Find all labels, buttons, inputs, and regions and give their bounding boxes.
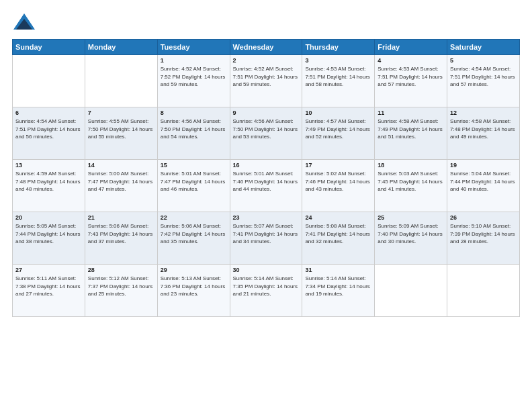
calendar-cell: 18Sunrise: 5:03 AM Sunset: 7:45 PM Dayli… — [375, 160, 447, 212]
weekday-header: Friday — [375, 40, 447, 55]
day-number: 23 — [233, 214, 300, 221]
weekday-header: Tuesday — [157, 40, 230, 55]
day-number: 13 — [15, 162, 82, 169]
day-number: 19 — [450, 162, 517, 169]
weekday-header: Monday — [85, 40, 157, 55]
day-number: 1 — [161, 57, 227, 64]
calendar-body: 1Sunrise: 4:52 AM Sunset: 7:52 PM Daylig… — [13, 55, 520, 317]
day-number: 2 — [233, 57, 300, 64]
day-info: Sunrise: 5:06 AM Sunset: 7:42 PM Dayligh… — [161, 222, 227, 246]
day-number: 11 — [378, 109, 444, 116]
day-info: Sunrise: 5:14 AM Sunset: 7:34 PM Dayligh… — [305, 275, 371, 298]
day-info: Sunrise: 4:58 AM Sunset: 7:49 PM Dayligh… — [378, 118, 444, 141]
day-number: 25 — [378, 214, 444, 221]
calendar-cell: 26Sunrise: 5:10 AM Sunset: 7:39 PM Dayli… — [447, 212, 520, 265]
day-number: 12 — [450, 109, 517, 116]
day-number: 9 — [233, 109, 300, 116]
weekday-row: SundayMondayTuesdayWednesdayThursdayFrid… — [13, 40, 520, 55]
day-number: 21 — [88, 214, 154, 221]
calendar-cell: 17Sunrise: 5:02 AM Sunset: 7:46 PM Dayli… — [302, 160, 375, 212]
day-number: 29 — [161, 267, 227, 273]
calendar-header: SundayMondayTuesdayWednesdayThursdayFrid… — [13, 40, 520, 55]
weekday-header: Wednesday — [230, 40, 302, 55]
logo-icon — [12, 12, 36, 32]
day-info: Sunrise: 4:58 AM Sunset: 7:48 PM Dayligh… — [450, 118, 517, 141]
calendar-table: SundayMondayTuesdayWednesdayThursdayFrid… — [12, 39, 520, 317]
day-number: 6 — [15, 109, 82, 116]
calendar-week-row: 6Sunrise: 4:54 AM Sunset: 7:51 PM Daylig… — [13, 107, 520, 160]
day-info: Sunrise: 4:54 AM Sunset: 7:51 PM Dayligh… — [15, 118, 82, 141]
calendar-cell: 2Sunrise: 4:52 AM Sunset: 7:51 PM Daylig… — [230, 55, 302, 107]
weekday-header: Sunday — [13, 40, 85, 55]
day-number: 4 — [378, 57, 444, 64]
day-info: Sunrise: 4:52 AM Sunset: 7:52 PM Dayligh… — [161, 65, 227, 89]
day-info: Sunrise: 5:09 AM Sunset: 7:40 PM Dayligh… — [378, 222, 444, 246]
day-info: Sunrise: 5:03 AM Sunset: 7:45 PM Dayligh… — [378, 170, 444, 193]
day-number: 3 — [305, 57, 371, 64]
calendar-cell: 23Sunrise: 5:07 AM Sunset: 7:41 PM Dayli… — [230, 212, 302, 265]
calendar-cell: 14Sunrise: 5:00 AM Sunset: 7:47 PM Dayli… — [85, 160, 157, 212]
calendar-week-row: 1Sunrise: 4:52 AM Sunset: 7:52 PM Daylig… — [13, 55, 520, 107]
day-info: Sunrise: 4:56 AM Sunset: 7:50 PM Dayligh… — [161, 118, 227, 141]
day-info: Sunrise: 5:13 AM Sunset: 7:36 PM Dayligh… — [161, 275, 227, 298]
day-info: Sunrise: 5:02 AM Sunset: 7:46 PM Dayligh… — [305, 170, 371, 193]
day-number: 17 — [305, 162, 371, 169]
calendar-cell — [85, 55, 157, 107]
day-number: 27 — [15, 267, 82, 273]
calendar-cell: 11Sunrise: 4:58 AM Sunset: 7:49 PM Dayli… — [375, 107, 447, 160]
day-number: 10 — [305, 109, 371, 116]
day-info: Sunrise: 4:56 AM Sunset: 7:50 PM Dayligh… — [233, 118, 300, 141]
weekday-header: Saturday — [447, 40, 520, 55]
calendar-cell: 3Sunrise: 4:53 AM Sunset: 7:51 PM Daylig… — [302, 55, 375, 107]
calendar-cell — [447, 265, 520, 317]
day-info: Sunrise: 4:59 AM Sunset: 7:48 PM Dayligh… — [15, 170, 82, 193]
day-info: Sunrise: 4:57 AM Sunset: 7:49 PM Dayligh… — [305, 118, 371, 141]
day-info: Sunrise: 4:54 AM Sunset: 7:51 PM Dayligh… — [450, 65, 517, 89]
day-number: 18 — [378, 162, 444, 169]
calendar-cell: 15Sunrise: 5:01 AM Sunset: 7:47 PM Dayli… — [157, 160, 230, 212]
day-number: 30 — [233, 267, 300, 273]
calendar-cell: 22Sunrise: 5:06 AM Sunset: 7:42 PM Dayli… — [157, 212, 230, 265]
calendar-cell: 4Sunrise: 4:53 AM Sunset: 7:51 PM Daylig… — [375, 55, 447, 107]
calendar-cell: 6Sunrise: 4:54 AM Sunset: 7:51 PM Daylig… — [13, 107, 85, 160]
day-number: 16 — [233, 162, 300, 169]
day-number: 14 — [88, 162, 154, 169]
calendar-cell: 9Sunrise: 4:56 AM Sunset: 7:50 PM Daylig… — [230, 107, 302, 160]
calendar-cell: 30Sunrise: 5:14 AM Sunset: 7:35 PM Dayli… — [230, 265, 302, 317]
day-info: Sunrise: 4:52 AM Sunset: 7:51 PM Dayligh… — [233, 65, 300, 89]
day-info: Sunrise: 5:00 AM Sunset: 7:47 PM Dayligh… — [88, 170, 154, 193]
day-number: 8 — [161, 109, 227, 116]
calendar-cell: 27Sunrise: 5:11 AM Sunset: 7:38 PM Dayli… — [13, 265, 85, 317]
day-number: 15 — [161, 162, 227, 169]
calendar-cell: 21Sunrise: 5:06 AM Sunset: 7:43 PM Dayli… — [85, 212, 157, 265]
calendar-cell: 31Sunrise: 5:14 AM Sunset: 7:34 PM Dayli… — [302, 265, 375, 317]
day-info: Sunrise: 5:01 AM Sunset: 7:46 PM Dayligh… — [233, 170, 300, 193]
day-info: Sunrise: 5:10 AM Sunset: 7:39 PM Dayligh… — [450, 222, 517, 246]
day-info: Sunrise: 5:07 AM Sunset: 7:41 PM Dayligh… — [233, 222, 300, 246]
day-number: 22 — [161, 214, 227, 221]
day-info: Sunrise: 5:06 AM Sunset: 7:43 PM Dayligh… — [88, 222, 154, 246]
calendar-cell: 7Sunrise: 4:55 AM Sunset: 7:50 PM Daylig… — [85, 107, 157, 160]
calendar-cell: 25Sunrise: 5:09 AM Sunset: 7:40 PM Dayli… — [375, 212, 447, 265]
page: SundayMondayTuesdayWednesdayThursdayFrid… — [0, 0, 532, 411]
calendar-week-row: 13Sunrise: 4:59 AM Sunset: 7:48 PM Dayli… — [13, 160, 520, 212]
calendar-cell: 20Sunrise: 5:05 AM Sunset: 7:44 PM Dayli… — [13, 212, 85, 265]
weekday-header: Thursday — [302, 40, 375, 55]
day-number: 28 — [88, 267, 154, 273]
day-number: 26 — [450, 214, 517, 221]
day-info: Sunrise: 5:08 AM Sunset: 7:41 PM Dayligh… — [305, 222, 371, 246]
day-info: Sunrise: 5:01 AM Sunset: 7:47 PM Dayligh… — [161, 170, 227, 193]
day-info: Sunrise: 5:05 AM Sunset: 7:44 PM Dayligh… — [15, 222, 82, 246]
calendar-cell: 1Sunrise: 4:52 AM Sunset: 7:52 PM Daylig… — [157, 55, 230, 107]
calendar-cell: 16Sunrise: 5:01 AM Sunset: 7:46 PM Dayli… — [230, 160, 302, 212]
day-info: Sunrise: 4:53 AM Sunset: 7:51 PM Dayligh… — [378, 65, 444, 89]
day-number: 20 — [15, 214, 82, 221]
calendar-cell: 19Sunrise: 5:04 AM Sunset: 7:44 PM Dayli… — [447, 160, 520, 212]
calendar-week-row: 27Sunrise: 5:11 AM Sunset: 7:38 PM Dayli… — [13, 265, 520, 317]
calendar-cell: 29Sunrise: 5:13 AM Sunset: 7:36 PM Dayli… — [157, 265, 230, 317]
day-info: Sunrise: 5:11 AM Sunset: 7:38 PM Dayligh… — [15, 275, 82, 298]
day-number: 24 — [305, 214, 371, 221]
calendar-cell: 5Sunrise: 4:54 AM Sunset: 7:51 PM Daylig… — [447, 55, 520, 107]
day-info: Sunrise: 5:14 AM Sunset: 7:35 PM Dayligh… — [233, 275, 300, 298]
calendar-cell: 10Sunrise: 4:57 AM Sunset: 7:49 PM Dayli… — [302, 107, 375, 160]
